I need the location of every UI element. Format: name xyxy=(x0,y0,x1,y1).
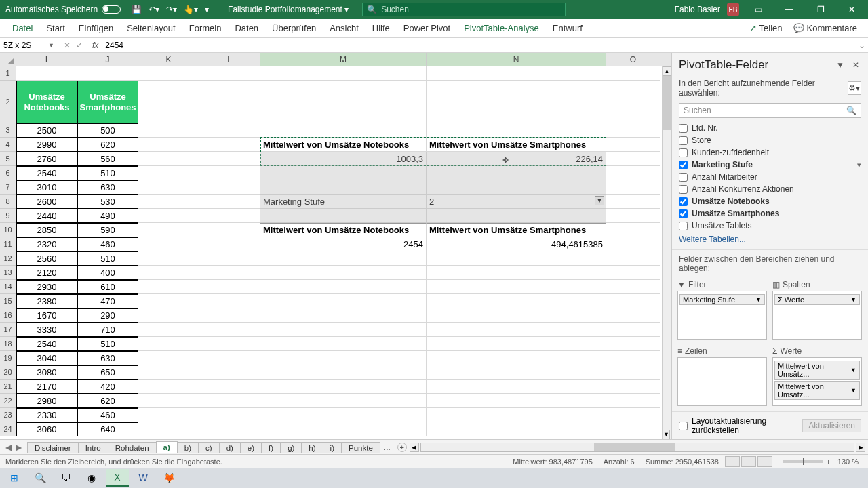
cell[interactable]: 620 xyxy=(77,138,138,152)
cell[interactable] xyxy=(427,408,606,422)
row-header[interactable]: 1 xyxy=(0,66,16,81)
quad-values[interactable]: ΣWerte Mittelwert von Umsätz...▼ Mittelw… xyxy=(772,345,862,406)
cell[interactable] xyxy=(260,323,427,337)
cell[interactable] xyxy=(260,422,427,436)
scroll-right-icon[interactable]: ▶ xyxy=(856,443,865,452)
tab-start[interactable]: Start xyxy=(39,19,71,38)
cell[interactable] xyxy=(427,251,606,266)
cell[interactable] xyxy=(138,123,199,138)
cell[interactable] xyxy=(138,266,199,280)
cell[interactable] xyxy=(138,138,199,152)
col-header-K[interactable]: K xyxy=(138,53,199,66)
row-header[interactable]: 14 xyxy=(0,280,16,294)
cell[interactable] xyxy=(427,351,606,365)
maximize-icon[interactable]: ❐ xyxy=(808,0,833,19)
cell[interactable]: 510 xyxy=(77,166,138,180)
cell[interactable] xyxy=(606,123,660,138)
cell[interactable] xyxy=(199,294,260,308)
sheet-tab[interactable]: c) xyxy=(198,442,220,453)
sheet-nav-prev-icon[interactable]: ◀ xyxy=(5,443,12,452)
cell[interactable] xyxy=(199,266,260,280)
cell[interactable] xyxy=(260,81,427,123)
field-item[interactable]: Umsätze Smartphones xyxy=(679,207,861,220)
cell[interactable] xyxy=(138,422,199,436)
cell[interactable] xyxy=(138,365,199,380)
row-header[interactable]: 11 xyxy=(0,237,16,251)
row-header[interactable]: 20 xyxy=(0,365,16,380)
sheet-tab[interactable]: g) xyxy=(280,442,302,453)
undo-icon[interactable]: ↶▾ xyxy=(149,5,159,14)
tab-datei[interactable]: Datei xyxy=(5,19,39,38)
cell[interactable]: 3080 xyxy=(16,365,77,380)
ribbon-mode-icon[interactable]: ▭ xyxy=(746,0,770,19)
cell[interactable]: 400 xyxy=(77,266,138,280)
cell[interactable] xyxy=(77,66,138,81)
cell[interactable]: 470 xyxy=(77,294,138,308)
cell[interactable] xyxy=(606,266,660,280)
row-header[interactable]: 21 xyxy=(0,380,16,394)
cell[interactable]: 2850 xyxy=(16,223,77,237)
cell[interactable]: Marketing Stufe xyxy=(260,195,427,209)
cell[interactable] xyxy=(427,394,606,408)
cell[interactable] xyxy=(260,166,427,180)
cell[interactable]: 2560 xyxy=(16,251,77,266)
name-box[interactable]: 5Z x 2S▼ xyxy=(0,38,58,52)
cell[interactable] xyxy=(606,251,660,266)
field-checkbox[interactable] xyxy=(679,222,688,230)
cell[interactable] xyxy=(138,251,199,266)
cell[interactable] xyxy=(427,280,606,294)
taskbar-word-icon[interactable]: W xyxy=(132,469,155,487)
cancel-icon[interactable]: ✕ xyxy=(64,41,71,50)
cell[interactable]: Mittelwert von Umsätze Smartphones xyxy=(427,138,606,152)
row-header[interactable]: 12 xyxy=(0,251,16,266)
tab-entwurf[interactable]: Entwurf xyxy=(546,19,589,38)
cell[interactable] xyxy=(427,308,606,323)
cell[interactable]: 2454 xyxy=(260,237,427,251)
cell[interactable] xyxy=(138,408,199,422)
tab-ansicht[interactable]: Ansicht xyxy=(323,19,366,38)
cell[interactable]: 630 xyxy=(77,351,138,365)
cell[interactable] xyxy=(260,123,427,138)
sheet-tab[interactable]: Punkte xyxy=(341,442,380,453)
cell[interactable] xyxy=(606,394,660,408)
row-header[interactable]: 24 xyxy=(0,422,16,436)
cell[interactable] xyxy=(606,308,660,323)
cell[interactable]: 290 xyxy=(77,308,138,323)
tab-daten[interactable]: Daten xyxy=(228,19,265,38)
add-sheet-icon[interactable]: + xyxy=(397,443,407,452)
field-item[interactable]: Kunden-zufriedenheit xyxy=(679,146,861,159)
filter-dropdown-icon[interactable]: ▼ xyxy=(595,196,604,205)
cell[interactable]: 2330 xyxy=(16,408,77,422)
cell[interactable]: 530 xyxy=(77,195,138,209)
cell[interactable] xyxy=(260,180,427,195)
cell[interactable] xyxy=(138,294,199,308)
pill-columns[interactable]: Σ Werte▼ xyxy=(774,294,860,305)
cell[interactable] xyxy=(138,237,199,251)
row-header[interactable]: 22 xyxy=(0,394,16,408)
cell[interactable]: 2170 xyxy=(16,380,77,394)
cell[interactable] xyxy=(606,422,660,436)
cell[interactable] xyxy=(199,81,260,123)
cell[interactable] xyxy=(606,351,660,365)
scroll-up-icon[interactable]: ▲ xyxy=(663,66,671,76)
document-title[interactable]: Fallstudie Portfoliomanagement ▾ xyxy=(214,5,362,14)
cell[interactable]: 2540 xyxy=(16,337,77,351)
cell[interactable]: 2380 xyxy=(16,294,77,308)
sheet-more[interactable]: ... xyxy=(380,443,395,452)
cell[interactable] xyxy=(260,308,427,323)
select-all-corner[interactable] xyxy=(0,53,16,66)
field-checkbox[interactable] xyxy=(679,209,688,218)
cell[interactable] xyxy=(138,152,199,166)
cell[interactable] xyxy=(260,351,427,365)
funnel-icon[interactable]: ▾ xyxy=(857,161,861,169)
cell[interactable] xyxy=(138,394,199,408)
vertical-scrollbar[interactable]: ▲ ▼ xyxy=(662,66,671,439)
field-checkbox[interactable] xyxy=(679,161,688,169)
cell[interactable] xyxy=(138,209,199,223)
taskbar-app-1-icon[interactable]: 🗨 xyxy=(54,469,77,487)
cell[interactable] xyxy=(427,209,606,223)
pill-value-2[interactable]: Mittelwert von Umsätz...▼ xyxy=(774,381,860,400)
cell[interactable]: 494,4615385 xyxy=(427,237,606,251)
cell[interactable] xyxy=(138,280,199,294)
redo-icon[interactable]: ↷▾ xyxy=(166,5,177,14)
